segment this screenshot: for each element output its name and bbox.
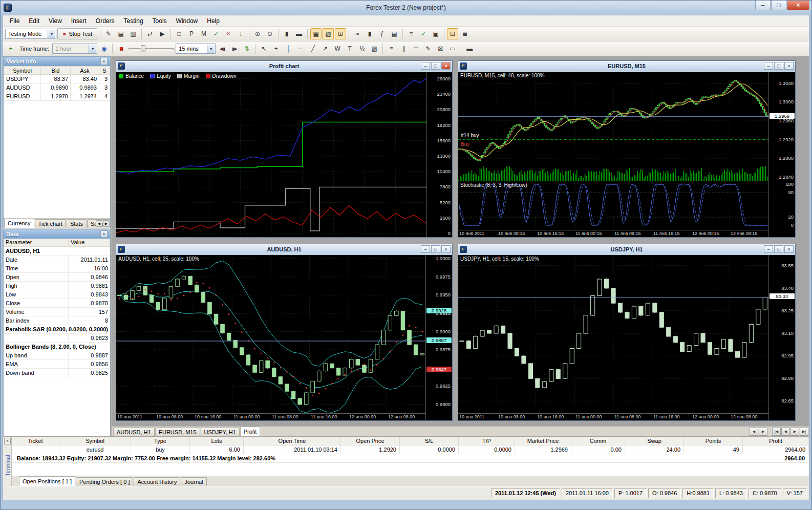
minimize-button[interactable]: – — [421, 245, 430, 253]
maximize-button[interactable]: □ — [431, 62, 440, 70]
reject-document-icon[interactable]: × — [223, 28, 234, 39]
data-row[interactable]: EMA0.9856 — [4, 360, 110, 369]
tab-scroll-left-icon[interactable]: ◀ — [750, 428, 758, 436]
tab-journal[interactable]: Journal — [181, 477, 206, 486]
paste-icon[interactable]: ▥ — [127, 28, 139, 39]
vertical-line-tool-icon[interactable]: │ — [283, 43, 294, 54]
terminal-close-icon[interactable]: × — [4, 438, 11, 444]
audusd-chart-canvas[interactable]: 1.00000.99750.99500.99250.99000.98750.98… — [116, 255, 452, 420]
first-chart-icon[interactable]: |◀ — [772, 428, 781, 436]
pointer-tool-icon[interactable]: ↖ — [258, 43, 269, 54]
tab-scroll-right-icon[interactable]: ▶ — [759, 428, 767, 436]
confirm-icon[interactable]: ✓ — [418, 28, 429, 39]
tab-scroll-left-icon[interactable]: ◀ — [96, 220, 102, 227]
menu-orders[interactable]: Orders — [91, 16, 119, 26]
market-document-icon[interactable]: M — [198, 28, 209, 39]
tab-stats[interactable]: Stats — [67, 219, 87, 228]
eurusd-window-titlebar[interactable]: F EURUSD, M15 – □ × — [458, 61, 795, 71]
tab-open-positions[interactable]: Open Positions [ 1 ] — [19, 476, 75, 486]
grid-toggle-icon[interactable]: ▦ — [310, 28, 322, 39]
wide-bars-icon[interactable]: ▬ — [293, 28, 305, 39]
maximize-button[interactable]: □ — [431, 245, 440, 253]
next-chart-icon[interactable]: ▶ — [790, 428, 799, 436]
tab-currency[interactable]: Currency — [4, 218, 34, 228]
edit-chart-icon[interactable]: ✎ — [103, 28, 114, 39]
data-row[interactable]: Bollinger Bands (8, 2.00, 0, Close) — [4, 343, 110, 351]
vertical-levels-icon[interactable]: ∥ — [398, 43, 409, 54]
camera-icon[interactable]: ▣ — [430, 28, 441, 39]
profit-chart-canvas[interactable]: BalanceEquityMarginDrawdown0260052007800… — [116, 72, 452, 237]
text-tool-icon[interactable]: T — [344, 43, 355, 54]
spotlight-window-icon[interactable]: ⊡ — [447, 28, 458, 39]
eurusd-chart-canvas[interactable]: Stochastic (8, 3, 3, High/Low)1.30401.30… — [458, 72, 795, 237]
data-row[interactable]: Time16:00 — [4, 264, 110, 273]
market-info-header[interactable]: Market Info × — [4, 57, 110, 66]
new-chart-window-icon[interactable]: ⊞ — [335, 28, 346, 39]
copy-icon[interactable]: ▤ — [115, 28, 126, 39]
menu-help[interactable]: Help — [202, 16, 224, 26]
brush-tool-icon[interactable]: ▨ — [369, 43, 380, 54]
speed-select[interactable]: 15 mins ▼ — [176, 44, 216, 54]
data-panel-header[interactable]: Data × — [4, 229, 110, 239]
fibonacci-tool-icon[interactable]: ½ — [356, 43, 368, 54]
autoscroll-icon[interactable]: ⇅ — [241, 43, 252, 54]
ray-tool-icon[interactable]: ↗ — [319, 43, 331, 54]
line-chart-icon[interactable]: ≈ — [352, 28, 363, 39]
data-row[interactable]: Low0.9843 — [4, 290, 110, 299]
download-document-icon[interactable]: ↓ — [235, 28, 246, 39]
data-row[interactable]: Close0.9870 — [4, 299, 110, 308]
close-button[interactable]: × — [441, 62, 451, 70]
points-document-icon[interactable]: P — [186, 28, 197, 39]
pause-test-icon[interactable]: ▮▮ — [115, 43, 126, 54]
close-icon[interactable]: × — [100, 230, 108, 238]
paint-roller-icon[interactable]: ▬ — [464, 43, 475, 54]
tab-pending-orders[interactable]: Pending Orders [ 0 ] — [76, 477, 133, 486]
horizontal-line-tool-icon[interactable]: ─ — [295, 43, 306, 54]
menu-insert[interactable]: Insert — [67, 16, 91, 26]
menu-file[interactable]: File — [5, 16, 24, 26]
data-row[interactable]: Date2011.01.11 — [4, 256, 110, 264]
tab-scroll-right-icon[interactable]: ▶ — [103, 220, 110, 227]
horizontal-levels-icon[interactable]: ≡ — [386, 43, 397, 54]
indicators-icon[interactable]: ƒ — [376, 28, 388, 39]
notes-icon[interactable]: ≡ — [405, 28, 417, 39]
chart-tab-eurusd[interactable]: EURUSD, M15 — [155, 428, 200, 436]
pencil-tool-icon[interactable]: ✎ — [422, 43, 434, 54]
price-scale[interactable]: 83.5583.4083.2583.1082.9582.8082.6583.34 — [768, 255, 795, 420]
chart-tab-audusd[interactable]: AUDUSD, H1 — [113, 428, 155, 436]
data-row[interactable]: Bar index8 — [4, 316, 110, 325]
menu-testing[interactable]: Testing — [119, 16, 148, 26]
testing-mode-select[interactable]: Testing Mode ▼ — [5, 29, 56, 39]
usdjpy-window-titlebar[interactable]: F USDJPY, H1 – □ × — [458, 244, 795, 254]
audusd-window-titlebar[interactable]: F AUDUSD, H1 – □ × — [116, 244, 452, 254]
close-button[interactable]: × — [441, 245, 451, 253]
last-chart-icon[interactable]: ▶| — [800, 428, 808, 436]
maximize-button[interactable]: □ — [774, 62, 783, 70]
market-row-eurusd[interactable]: EURUSD 1.2970 1.2974 4 — [4, 92, 110, 101]
add-timeframe-icon[interactable]: + — [5, 43, 16, 54]
data-row[interactable]: Down band0.9825 — [4, 369, 110, 377]
minimize-button[interactable]: – — [421, 62, 430, 70]
zoom-out-icon[interactable]: ⊖ — [264, 28, 275, 39]
close-icon[interactable]: × — [100, 58, 108, 65]
maximize-button[interactable]: □ — [771, 1, 786, 10]
menu-view[interactable]: View — [44, 16, 67, 26]
eraser-tool-icon[interactable]: ▭ — [447, 43, 458, 54]
usdjpy-chart-canvas[interactable]: 83.5583.4083.2583.1082.9582.8082.6583.34… — [458, 255, 795, 420]
templates-icon[interactable]: ▤ — [389, 28, 400, 39]
play-pause-icon[interactable]: ▶ — [157, 28, 168, 39]
profit-plot[interactable] — [116, 72, 426, 237]
chart-shift-icon[interactable]: ▧ — [323, 28, 334, 39]
data-row[interactable]: Up band0.9887 — [4, 351, 110, 360]
price-scale[interactable]: 1.30401.30001.29601.29201.28801.28401008… — [768, 72, 795, 237]
data-row[interactable]: Open0.9846 — [4, 273, 110, 282]
crosshair-tool-icon[interactable]: + — [270, 43, 282, 54]
data-row[interactable]: Parabolik-SAR (0.0200, 0.0200, 0.2000) — [4, 325, 110, 334]
arc-tool-icon[interactable]: ◠ — [410, 43, 421, 54]
position-row[interactable]: eurusd buy 6.00 2011.01.10 03:14 1.2920 … — [12, 445, 809, 454]
chart-tab-usdjpy[interactable]: USDJPY, H1 — [201, 428, 240, 436]
minimize-button[interactable]: – — [755, 1, 771, 10]
menu-tools[interactable]: Tools — [148, 16, 172, 26]
close-button[interactable]: × — [784, 62, 794, 70]
step-forward-icon[interactable]: ▮▶ — [229, 43, 240, 54]
